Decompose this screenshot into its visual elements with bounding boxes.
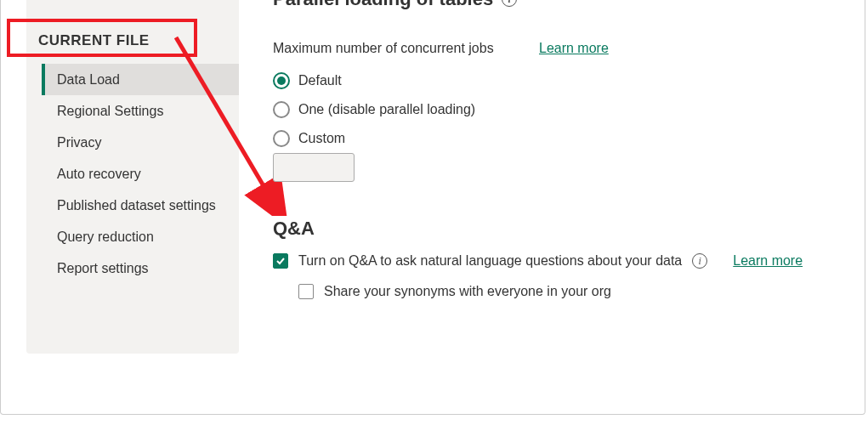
info-icon[interactable]: i	[692, 253, 707, 269]
sidebar-item-label: Data Load	[57, 72, 120, 88]
sidebar-item-label: Published dataset settings	[57, 198, 216, 213]
options-sidebar: CURRENT FILE Data Load Regional Settings…	[26, 0, 239, 354]
row-turn-on-qa: Turn on Q&A to ask natural language ques…	[273, 253, 803, 269]
radio-option-default[interactable]: Default	[273, 66, 475, 95]
main-content: Parallel loading of tables i Maximum num…	[273, 0, 868, 414]
section-heading-qa: Q&A	[273, 218, 315, 240]
radio-group-parallel: Default One (disable parallel loading) C…	[273, 66, 475, 153]
radio-option-custom[interactable]: Custom	[273, 124, 475, 153]
checkbox-turn-on-qa[interactable]	[273, 253, 288, 269]
info-icon[interactable]: i	[502, 0, 517, 7]
sidebar-item-label: Regional Settings	[57, 104, 163, 119]
link-learn-more-parallel[interactable]: Learn more	[539, 41, 609, 56]
sidebar-item-label: Query reduction	[57, 230, 154, 245]
sidebar-item-label: Report settings	[57, 261, 149, 276]
check-icon	[275, 256, 286, 266]
link-learn-more-qa[interactable]: Learn more	[733, 253, 803, 269]
sidebar-item-privacy[interactable]: Privacy	[42, 127, 239, 158]
radio-icon	[273, 101, 290, 118]
section-heading-parallel-loading: Parallel loading of tables i	[273, 0, 517, 10]
sidebar-item-query-reduction[interactable]: Query reduction	[42, 221, 239, 252]
radio-icon	[273, 72, 290, 89]
checkbox-label: Share your synonyms with everyone in you…	[324, 284, 611, 299]
section-heading-text: Parallel loading of tables	[273, 0, 493, 10]
radio-option-one[interactable]: One (disable parallel loading)	[273, 95, 475, 124]
sidebar-item-label: Auto recovery	[57, 167, 141, 182]
sidebar-nav: Data Load Regional Settings Privacy Auto…	[42, 64, 239, 284]
row-share-synonyms: Share your synonyms with everyone in you…	[298, 284, 611, 299]
sidebar-item-data-load[interactable]: Data Load	[42, 64, 239, 95]
input-custom-jobs[interactable]	[273, 153, 355, 182]
sidebar-item-published-dataset-settings[interactable]: Published dataset settings	[42, 190, 239, 221]
radio-icon	[273, 130, 290, 147]
options-pane: CURRENT FILE Data Load Regional Settings…	[0, 0, 865, 415]
label-max-concurrent-jobs: Maximum number of concurrent jobs	[273, 41, 494, 56]
sidebar-item-report-settings[interactable]: Report settings	[42, 252, 239, 284]
sidebar-item-label: Privacy	[57, 135, 101, 150]
sidebar-item-regional-settings[interactable]: Regional Settings	[42, 95, 239, 127]
checkbox-label: Turn on Q&A to ask natural language ques…	[298, 253, 682, 269]
radio-label: Custom	[298, 131, 345, 146]
sidebar-header-current-file: CURRENT FILE	[38, 32, 150, 49]
radio-label: Default	[298, 73, 342, 88]
sidebar-item-auto-recovery[interactable]: Auto recovery	[42, 158, 239, 190]
checkbox-share-synonyms[interactable]	[298, 284, 314, 299]
radio-label: One (disable parallel loading)	[298, 102, 475, 117]
